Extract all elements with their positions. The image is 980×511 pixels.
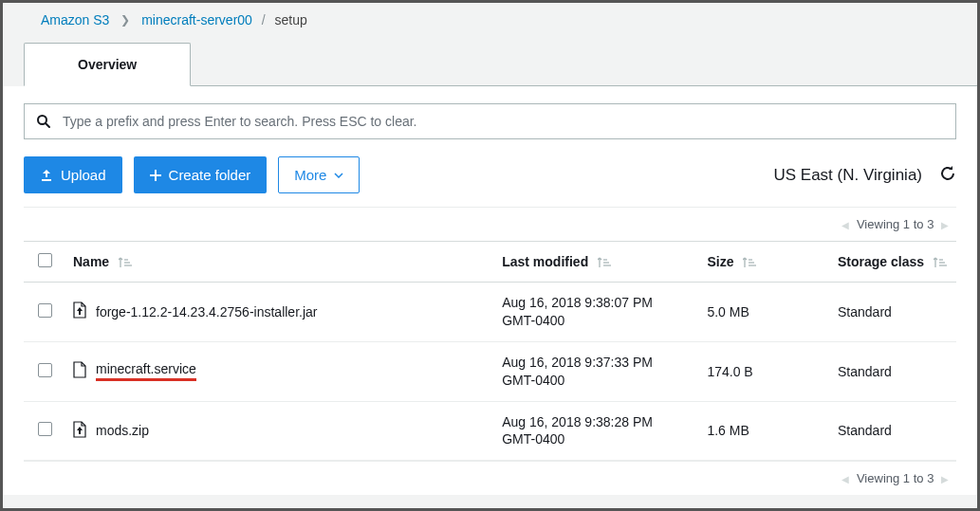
breadcrumb: Amazon S3 ❯ minecraft-server00 / setup [3,3,977,33]
col-name-label: Name [73,254,109,269]
row-checkbox[interactable] [38,363,52,377]
viewing-top: ◀ Viewing 1 to 3 ▶ [24,207,956,241]
more-button[interactable]: More [278,156,360,193]
chevron-left-icon: ◀ [841,474,849,484]
breadcrumb-bucket[interactable]: minecraft-server00 [141,12,252,27]
chevron-right-icon: ▶ [941,220,949,230]
tab-overview[interactable]: Overview [24,43,191,86]
sort-icon [119,254,134,269]
viewing-text-bottom: Viewing 1 to 3 [857,471,934,485]
col-size-label: Size [707,254,733,269]
refresh-icon [939,165,956,182]
file-link[interactable]: mods.zip [96,423,149,438]
size-cell: 174.0 B [699,341,830,401]
refresh-button[interactable] [939,165,956,185]
object-table: Name Last modified Size [24,241,956,461]
more-label: More [294,167,326,183]
table-row: forge-1.12.2-14.23.4.2756-installer.jarA… [24,283,956,342]
tab-bar: Overview [24,43,977,86]
create-folder-button[interactable]: Create folder [134,156,268,193]
upload-label: Upload [61,167,106,183]
sort-icon [598,254,613,269]
archive-file-icon [73,301,86,321]
col-modified-label: Last modified [502,254,588,269]
col-storage-label: Storage class [838,254,924,269]
col-name[interactable]: Name [65,242,494,283]
col-modified[interactable]: Last modified [494,242,699,283]
storage-cell: Standard [830,341,956,401]
modified-line2: GMT-0400 [502,312,692,330]
main-panel: Upload Create folder More US East (N. Vi… [3,86,977,495]
modified-line2: GMT-0400 [502,372,692,390]
table-row: minecraft.serviceAug 16, 2018 9:37:33 PM… [24,341,956,401]
sort-icon [934,254,949,269]
chevron-down-icon [334,173,343,178]
row-checkbox[interactable] [38,422,52,436]
archive-file-icon [73,421,86,441]
modified-cell: Aug 16, 2018 9:37:33 PMGMT-0400 [494,341,699,401]
svg-line-1 [46,123,49,127]
size-cell: 5.0 MB [699,283,830,342]
chevron-right-icon: ▶ [941,474,949,484]
chevron-right-icon: ❯ [120,13,130,27]
storage-cell: Standard [830,401,956,461]
sort-icon [743,254,758,269]
search-box[interactable] [24,103,956,139]
modified-line1: Aug 16, 2018 9:38:28 PM [502,413,692,431]
plus-icon [150,170,161,181]
action-bar: Upload Create folder More US East (N. Vi… [24,156,956,193]
col-storage[interactable]: Storage class [830,242,956,283]
file-icon [73,361,86,381]
svg-rect-4 [150,174,161,176]
select-all-checkbox[interactable] [38,253,52,267]
modified-cell: Aug 16, 2018 9:38:07 PMGMT-0400 [494,283,699,342]
viewing-text-top: Viewing 1 to 3 [857,217,934,231]
modified-line1: Aug 16, 2018 9:37:33 PM [502,354,692,372]
modified-cell: Aug 16, 2018 9:38:28 PMGMT-0400 [494,401,699,461]
region-label: US East (N. Virginia) [773,166,922,185]
breadcrumb-prefix: setup [275,12,307,27]
file-link[interactable]: forge-1.12.2-14.23.4.2756-installer.jar [96,304,317,319]
svg-rect-2 [42,179,51,181]
breadcrumb-root[interactable]: Amazon S3 [41,12,109,27]
modified-line2: GMT-0400 [502,430,692,448]
col-size[interactable]: Size [699,242,830,283]
modified-line1: Aug 16, 2018 9:38:07 PM [502,294,692,312]
search-icon [36,114,51,129]
storage-cell: Standard [830,283,956,342]
row-checkbox[interactable] [38,303,52,318]
table-row: mods.zipAug 16, 2018 9:38:28 PMGMT-04001… [24,401,956,461]
search-input[interactable] [63,114,944,129]
file-link[interactable]: minecraft.service [96,361,196,381]
slash-separator: / [262,12,266,27]
upload-icon [40,169,53,182]
create-folder-label: Create folder [169,167,251,183]
size-cell: 1.6 MB [699,401,830,461]
viewing-bottom: ◀ Viewing 1 to 3 ▶ [24,461,956,495]
upload-button[interactable]: Upload [24,156,122,193]
chevron-left-icon: ◀ [841,220,849,230]
